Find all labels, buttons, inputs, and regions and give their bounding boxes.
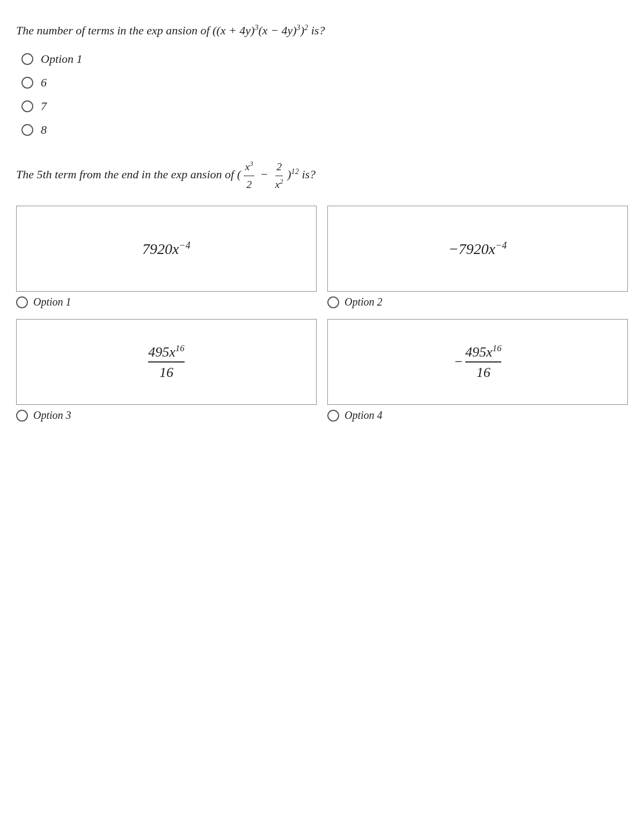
q1-option-4-label: 8 <box>41 123 47 137</box>
q1-question-text: The number of terms in the exp ansion of… <box>16 21 628 39</box>
q2-option-4-cell-wrap: − 495x16 16 Option 4 <box>327 319 628 432</box>
q2-option-4-inner-frac: 495x16 16 <box>465 344 501 381</box>
q2-option-4-math: − 495x16 16 <box>454 344 502 381</box>
q1-option-3-label: 7 <box>41 99 47 113</box>
q2-radio-3[interactable] <box>16 410 28 422</box>
q2-radio-2[interactable] <box>327 296 339 308</box>
q2-option-3-label-row[interactable]: Option 3 <box>16 409 317 422</box>
q2-option-4-neg-frac: − 495x16 16 <box>454 344 502 381</box>
q1-radio-4[interactable] <box>21 124 33 136</box>
q1-radio-3[interactable] <box>21 100 33 112</box>
q2-option-3-denom: 16 <box>159 364 173 381</box>
q2-option-2-label-row[interactable]: Option 2 <box>327 296 628 308</box>
q1-option-3[interactable]: 7 <box>21 99 628 113</box>
q2-option-4-label-row[interactable]: Option 4 <box>327 409 628 422</box>
q1-option-4[interactable]: 8 <box>21 123 628 137</box>
q2-option-2-label: Option 2 <box>345 296 383 308</box>
q1-radio-2[interactable] <box>21 77 33 89</box>
question-2: The 5th term from the end in the exp ans… <box>16 158 628 432</box>
question-1: The number of terms in the exp ansion of… <box>16 21 628 137</box>
q2-option-1-math: 7920x−4 <box>142 240 191 258</box>
q2-options-grid: 7920x−4 Option 1 −7920x−4 Option 2 <box>16 206 628 432</box>
q1-formula: ((x + 4y)3(x − 4y)3)2 is? <box>213 24 325 37</box>
q2-option-2-cell-wrap: −7920x−4 Option 2 <box>327 206 628 319</box>
q1-radio-1[interactable] <box>21 53 33 65</box>
q2-formula: ( x3 2 − 2 x2 )12 is? <box>237 168 316 181</box>
q2-option-3-cell-wrap: 495x16 16 Option 3 <box>16 319 317 432</box>
q2-option-1-box[interactable]: 7920x−4 <box>16 206 317 292</box>
q1-option-2-label: 6 <box>41 76 47 90</box>
q1-option-1[interactable]: Option 1 <box>21 52 628 66</box>
q2-option-3-numer: 495x16 <box>148 344 184 363</box>
q2-option-4-denom: 16 <box>477 364 491 381</box>
q2-radio-1[interactable] <box>16 296 28 308</box>
q2-option-4-box[interactable]: − 495x16 16 <box>327 319 628 405</box>
q2-option-4-neg: − <box>454 354 464 370</box>
q2-option-3-label: Option 3 <box>33 409 71 422</box>
q1-options-list: Option 1 6 7 8 <box>21 52 628 137</box>
q2-radio-4[interactable] <box>327 410 339 422</box>
q2-option-4-numer: 495x16 <box>465 344 501 363</box>
q2-question-text: The 5th term from the end in the exp ans… <box>16 158 628 193</box>
q2-option-3-box[interactable]: 495x16 16 <box>16 319 317 405</box>
q1-option-1-label: Option 1 <box>41 52 83 66</box>
q2-option-2-math: −7920x−4 <box>449 240 507 258</box>
q2-option-2-box[interactable]: −7920x−4 <box>327 206 628 292</box>
q2-option-3-math: 495x16 16 <box>148 344 184 381</box>
q1-option-2[interactable]: 6 <box>21 76 628 90</box>
q2-option-4-label: Option 4 <box>345 409 383 422</box>
q2-option-1-cell-wrap: 7920x−4 Option 1 <box>16 206 317 319</box>
q2-option-1-label: Option 1 <box>33 296 71 308</box>
q2-option-1-label-row[interactable]: Option 1 <box>16 296 317 308</box>
